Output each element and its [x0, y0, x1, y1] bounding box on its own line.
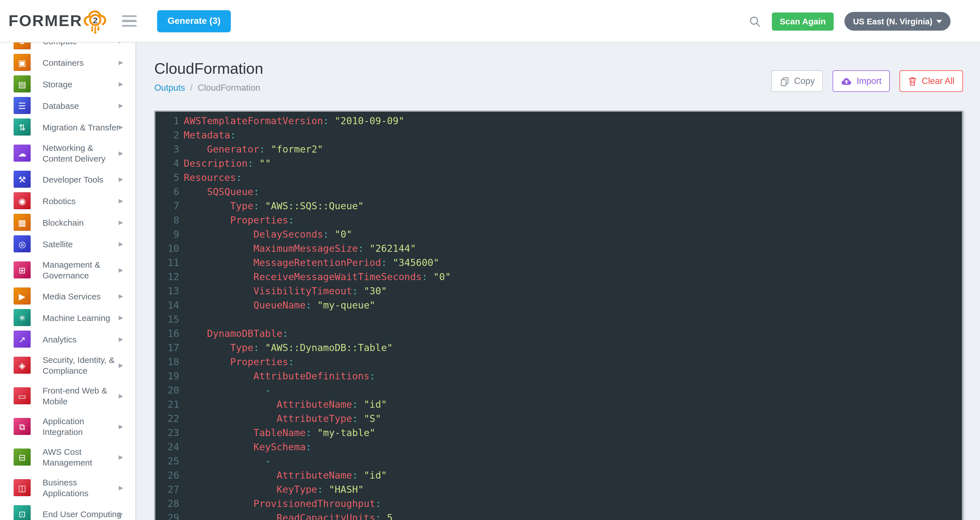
sidebar-item-management-governance[interactable]: ⊞Management &Governance▶	[0, 254, 135, 285]
code-line: 28 ProvisionedThroughput:	[155, 497, 962, 511]
sidebar-item-storage[interactable]: ▤Storage▶	[0, 73, 135, 95]
sidebar-item-developer-tools[interactable]: ⚒Developer Tools▶	[0, 169, 135, 190]
storage-icon: ▤	[14, 75, 30, 92]
copy-icon	[780, 76, 789, 86]
line-number: 1	[155, 114, 179, 128]
import-button[interactable]: Import	[833, 70, 890, 92]
sidebar-item-label: Migration & Transfer	[43, 122, 129, 132]
networking-icon: ☁	[14, 145, 30, 162]
line-number: 15	[155, 312, 179, 327]
trash-icon	[908, 76, 917, 86]
generate-button[interactable]: Generate (3)	[158, 10, 231, 32]
former2-logo[interactable]: FORMER 2	[8, 6, 110, 36]
business-applications-icon: ◫	[14, 479, 30, 496]
line-number: 19	[155, 369, 179, 383]
sidebar-item-label: Database	[43, 100, 129, 111]
code-line: 16 DynamoDBTable:	[155, 327, 962, 341]
sidebar-item-label: Analytics	[43, 334, 129, 345]
line-number: 22	[155, 412, 179, 426]
sidebar-item-label: Machine Learning	[43, 312, 129, 323]
chevron-right-icon: ▶	[119, 293, 123, 299]
robotics-icon: ◉	[14, 192, 30, 209]
sidebar-item-containers[interactable]: ▣Containers▶	[0, 52, 135, 73]
sidebar-item-label: ApplicationIntegration	[43, 416, 129, 437]
sidebar-item-blockchain[interactable]: ▦Blockchain▶	[0, 211, 135, 233]
region-dropdown[interactable]: US East (N. Virginia)	[845, 12, 950, 30]
database-icon: ☰	[14, 97, 30, 114]
containers-icon: ▣	[14, 54, 30, 71]
code-line: 21 AttributeName: "id"	[155, 398, 962, 412]
code-line: 3 Generator: "former2"	[155, 142, 962, 156]
chevron-right-icon: ▶	[119, 336, 123, 342]
former2-app: FORMER 2 Generate (3)	[0, 0, 980, 520]
chevron-right-icon: ▶	[119, 81, 123, 87]
search-icon[interactable]	[749, 15, 761, 27]
sidebar-item-front-end-web-mobile[interactable]: ▭Front-end Web &Mobile▶	[0, 380, 135, 411]
chevron-right-icon: ▶	[119, 198, 123, 204]
sidebar-item-security-identity-compliance[interactable]: ◈Security, Identity, &Compliance▶	[0, 350, 135, 380]
region-label: US East (N. Virginia)	[853, 17, 932, 26]
line-number: 8	[155, 213, 179, 227]
chevron-right-icon: ▶	[119, 43, 123, 44]
sidebar-item-label: End User Computing	[43, 508, 129, 519]
sidebar-item-analytics[interactable]: ↗Analytics▶	[0, 328, 135, 350]
sidebar-item-robotics[interactable]: ◉Robotics▶	[0, 190, 135, 211]
logo-cloud-icon: 2	[81, 10, 110, 36]
sidebar-toggle-icon[interactable]	[122, 15, 137, 27]
code-line: 15	[155, 312, 962, 327]
sidebar-item-label: Front-end Web &Mobile	[43, 385, 129, 407]
developer-tools-icon: ⚒	[14, 171, 30, 188]
code-line: 19 AttributeDefinitions:	[155, 369, 962, 383]
sidebar-item-migration-transfer[interactable]: ⇅Migration & Transfer▶	[0, 116, 135, 138]
code-line: 12 ReceiveMessageWaitTimeSeconds: "0"	[155, 270, 962, 284]
machine-learning-icon: ✳	[14, 309, 30, 326]
line-number: 16	[155, 327, 179, 341]
code-line: 7 Type: "AWS::SQS::Queue"	[155, 199, 962, 213]
sidebar-item-networking-content-delivery[interactable]: ☁Networking &Content Delivery▶	[0, 138, 135, 169]
line-number: 18	[155, 355, 179, 369]
line-number: 14	[155, 298, 179, 312]
sidebar-item-compute[interactable]: ⚙Compute▶	[0, 43, 135, 52]
chevron-right-icon: ▶	[119, 150, 123, 156]
sidebar-item-label: Blockchain	[43, 217, 129, 228]
line-number: 5	[155, 171, 179, 185]
sidebar-item-satellite[interactable]: ◎Satellite▶	[0, 233, 135, 254]
code-line: 8 Properties:	[155, 213, 962, 227]
sidebar-item-media-services[interactable]: ▶Media Services▶	[0, 285, 135, 307]
chevron-right-icon: ▶	[119, 423, 123, 429]
breadcrumb-link-outputs[interactable]: Outputs	[154, 83, 185, 93]
line-number: 6	[155, 185, 179, 199]
logo-badge: 2	[93, 16, 98, 25]
sidebar-item-database[interactable]: ☰Database▶	[0, 95, 135, 116]
line-number: 2	[155, 128, 179, 142]
line-number: 11	[155, 256, 179, 270]
line-number: 21	[155, 398, 179, 412]
code-line: 18 Properties:	[155, 355, 962, 369]
sidebar-item-label: Compute	[43, 43, 129, 46]
chevron-right-icon: ▶	[119, 362, 123, 368]
chevron-right-icon: ▶	[119, 241, 123, 247]
breadcrumb-separator: /	[190, 83, 193, 93]
sidebar-item-business-applications[interactable]: ◫BusinessApplications▶	[0, 472, 135, 503]
sidebar-item-end-user-computing[interactable]: ⊡End User Computing▶	[0, 503, 135, 520]
management-governance-icon: ⊞	[14, 261, 30, 278]
line-number: 26	[155, 468, 179, 483]
sidebar-item-application-integration[interactable]: ⧉ApplicationIntegration▶	[0, 411, 135, 442]
code-line: 1AWSTemplateFormatVersion: "2010-09-09"	[155, 114, 962, 128]
scan-again-button[interactable]: Scan Again	[772, 12, 834, 30]
line-number: 9	[155, 227, 179, 242]
code-line: 17 Type: "AWS::DynamoDB::Table"	[155, 341, 962, 355]
output-actions: Copy Import Clear All	[771, 70, 963, 92]
sidebar-item-machine-learning[interactable]: ✳Machine Learning▶	[0, 307, 135, 328]
line-number: 13	[155, 284, 179, 298]
line-number: 28	[155, 497, 179, 511]
copy-button[interactable]: Copy	[771, 70, 823, 92]
line-number: 3	[155, 142, 179, 156]
sidebar-item-aws-cost-management[interactable]: ⊟AWS CostManagement▶	[0, 442, 135, 472]
code-line: 11 MessageRetentionPeriod: "345600"	[155, 256, 962, 270]
satellite-icon: ◎	[14, 235, 30, 252]
clear-all-label: Clear All	[922, 76, 955, 86]
clear-all-button[interactable]: Clear All	[900, 70, 963, 92]
line-number: 12	[155, 270, 179, 284]
sidebar-item-label: Management &Governance	[43, 259, 129, 281]
